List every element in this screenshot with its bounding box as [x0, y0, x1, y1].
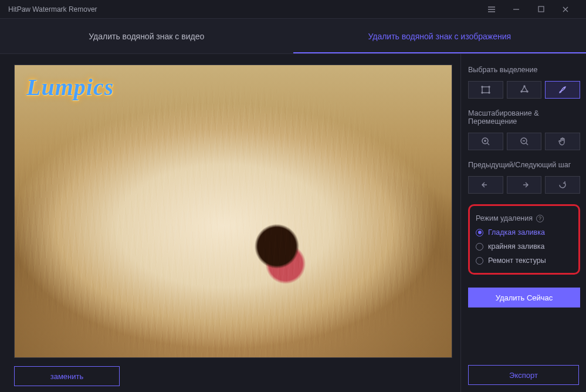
menu-icon[interactable] — [479, 0, 504, 19]
selection-tools — [468, 81, 580, 99]
svg-point-5 — [489, 92, 490, 93]
history-tools — [468, 176, 580, 194]
preview-image — [15, 65, 452, 357]
export-button[interactable]: Экспорт — [468, 365, 579, 385]
zoom-label: Масштабирование & Перемещение — [468, 109, 580, 126]
mode-smooth[interactable]: Гладкая заливка — [476, 228, 573, 236]
tab-video[interactable]: Удалить водяной знак с видео — [0, 19, 293, 53]
zoom-out-icon[interactable] — [507, 133, 542, 150]
brush-select-icon[interactable] — [545, 81, 580, 99]
help-icon[interactable]: ? — [536, 215, 544, 222]
svg-rect-0 — [538, 6, 544, 12]
mode-tabs: Удалить водяной знак с видео Удалить вод… — [0, 19, 586, 54]
canvas-column: Lumpics заменить — [0, 54, 460, 392]
svg-point-2 — [482, 86, 483, 87]
app-title: HitPaw Watermark Remover — [8, 5, 479, 13]
redo-icon[interactable] — [507, 176, 542, 194]
hand-pan-icon[interactable] — [545, 133, 580, 150]
body: Lumpics заменить Выбрать выделение — [0, 54, 586, 392]
app-window: HitPaw Watermark Remover Удалить водяной… — [0, 0, 586, 392]
remove-now-button[interactable]: Удалить Сейчас — [468, 288, 580, 307]
image-canvas[interactable]: Lumpics — [14, 65, 452, 358]
svg-point-3 — [489, 86, 490, 87]
rectangle-select-icon[interactable] — [468, 81, 503, 99]
mode-label: Режим удаления ? — [476, 214, 573, 222]
replace-button[interactable]: заменить — [14, 366, 120, 386]
mode-edge[interactable]: крайняя заливка — [476, 242, 573, 251]
mode-label-text: Режим удаления — [476, 214, 533, 222]
svg-rect-1 — [482, 87, 489, 93]
export-row: Экспорт — [468, 365, 579, 385]
radio-icon — [476, 229, 483, 236]
svg-point-7 — [527, 91, 528, 92]
undo-icon[interactable] — [468, 176, 503, 194]
watermark-overlay: Lumpics — [26, 73, 114, 101]
svg-point-8 — [521, 91, 522, 92]
radio-icon — [476, 257, 483, 265]
zoom-in-icon[interactable] — [468, 133, 503, 150]
radio-icon — [476, 243, 483, 251]
mode-texture-label: Ремонт текстуры — [488, 256, 546, 265]
svg-point-6 — [524, 86, 525, 87]
history-label: Предыдущий/Следующий шаг — [468, 161, 580, 169]
svg-point-4 — [482, 92, 483, 93]
selection-label: Выбрать выделение — [468, 66, 580, 74]
lasso-select-icon[interactable] — [507, 81, 542, 99]
titlebar: HitPaw Watermark Remover — [0, 0, 586, 19]
canvas-inner: Lumpics — [15, 65, 452, 357]
reset-icon[interactable] — [545, 176, 580, 194]
maximize-button[interactable] — [529, 0, 553, 19]
mode-edge-label: крайняя заливка — [488, 242, 545, 251]
mode-texture[interactable]: Ремонт текстуры — [476, 256, 573, 265]
close-button[interactable] — [553, 0, 578, 19]
side-panel: Выбрать выделение Масштабирование & Пере… — [460, 54, 586, 392]
removal-mode-group: Режим удаления ? Гладкая заливка крайняя… — [468, 204, 580, 275]
zoom-tools — [468, 133, 580, 150]
tab-image[interactable]: Удалить водяной знак с изображения — [293, 19, 587, 53]
minimize-button[interactable] — [504, 0, 529, 19]
mode-smooth-label: Гладкая заливка — [488, 228, 545, 236]
replace-row: заменить — [14, 358, 452, 386]
